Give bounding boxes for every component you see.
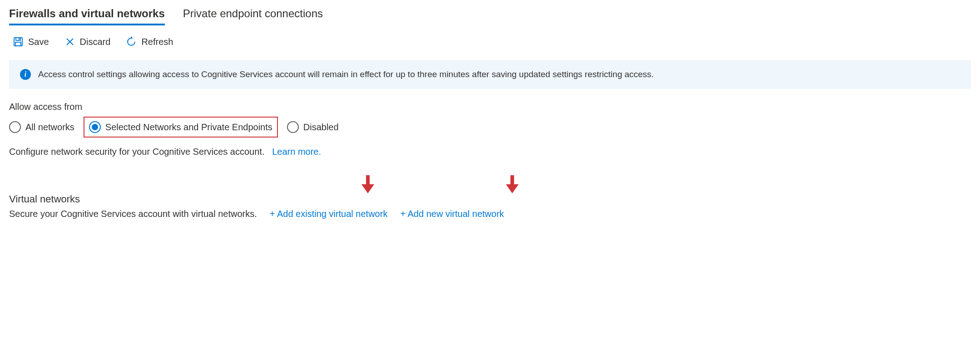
arrow-down-icon (506, 175, 519, 193)
refresh-label: Refresh (141, 37, 173, 47)
tab-firewalls[interactable]: Firewalls and virtual networks (9, 7, 165, 25)
radio-circle-icon (287, 121, 299, 133)
add-existing-vnet-link[interactable]: + Add existing virtual network (270, 209, 388, 219)
access-description: Configure network security for your Cogn… (9, 147, 971, 157)
toolbar: Save Discard Refresh (9, 36, 971, 47)
tab-private-endpoints[interactable]: Private endpoint connections (183, 7, 323, 25)
learn-more-link[interactable]: Learn more. (272, 147, 321, 157)
save-button[interactable]: Save (13, 36, 49, 47)
svg-rect-6 (366, 175, 370, 185)
annotation-arrows (9, 175, 971, 193)
virtual-networks-row: Secure your Cognitive Services account w… (9, 209, 971, 219)
close-icon (64, 36, 75, 47)
discard-label: Discard (80, 37, 111, 47)
radio-all-networks-label: All networks (25, 122, 74, 133)
svg-marker-7 (361, 184, 374, 193)
refresh-icon (126, 36, 137, 47)
radio-circle-icon (9, 121, 21, 133)
radio-disabled[interactable]: Disabled (287, 121, 339, 133)
radio-selected-networks[interactable]: Selected Networks and Private Endpoints (84, 117, 278, 138)
svg-marker-9 (506, 184, 519, 193)
svg-rect-1 (16, 38, 20, 40)
add-new-vnet-link[interactable]: + Add new virtual network (400, 209, 504, 219)
info-banner: i Access control settings allowing acces… (9, 60, 971, 89)
virtual-networks-title: Virtual networks (9, 193, 971, 205)
info-text: Access control settings allowing access … (38, 69, 654, 79)
svg-rect-2 (15, 42, 21, 46)
save-icon (13, 36, 24, 47)
virtual-networks-description: Secure your Cognitive Services account w… (9, 209, 257, 219)
radio-selected-networks-label: Selected Networks and Private Endpoints (105, 122, 272, 133)
radio-all-networks[interactable]: All networks (9, 121, 74, 133)
allow-access-radio-group: All networks Selected Networks and Priva… (9, 117, 971, 138)
allow-access-label: Allow access from (9, 102, 971, 112)
save-label: Save (28, 37, 49, 47)
arrow-down-icon (361, 175, 374, 193)
radio-circle-selected-icon (89, 121, 101, 133)
radio-disabled-label: Disabled (303, 122, 339, 133)
radio-dot-icon (92, 124, 98, 130)
discard-button[interactable]: Discard (64, 36, 111, 47)
tabs-bar: Firewalls and virtual networks Private e… (9, 7, 971, 25)
refresh-button[interactable]: Refresh (126, 36, 173, 47)
access-description-text: Configure network security for your Cogn… (9, 147, 264, 157)
svg-rect-8 (510, 175, 514, 185)
info-icon: i (20, 69, 31, 80)
